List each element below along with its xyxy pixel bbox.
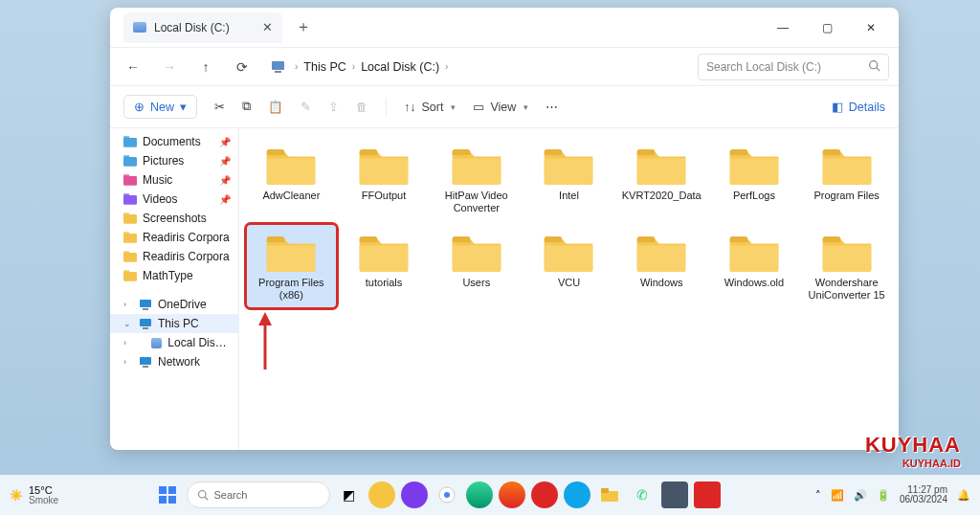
nav-pane[interactable]: Documents📌Pictures📌Music📌Videos📌Screensh… bbox=[110, 128, 239, 450]
svg-rect-23 bbox=[143, 327, 148, 329]
nav-quick-item[interactable]: Videos📌 bbox=[110, 190, 238, 209]
nav-quick-item[interactable]: Pictures📌 bbox=[110, 151, 238, 170]
task-view-icon[interactable]: ◩ bbox=[336, 481, 363, 508]
expand-icon[interactable]: › bbox=[123, 338, 131, 347]
crumb-local-disk[interactable]: Local Disk (C:) bbox=[361, 60, 439, 74]
weather-widget[interactable]: ☀️ 15°C Smoke bbox=[10, 485, 58, 505]
folder-item[interactable]: KVRT2020_Data bbox=[617, 138, 706, 219]
svg-rect-11 bbox=[123, 193, 129, 197]
folder-item[interactable]: Windows bbox=[617, 225, 706, 306]
details-button[interactable]: ◧ Details bbox=[832, 100, 885, 114]
app-icon-5[interactable] bbox=[499, 481, 525, 508]
svg-rect-0 bbox=[272, 61, 284, 70]
new-tab-button[interactable]: ＋ bbox=[296, 17, 311, 37]
app-icon-7[interactable] bbox=[564, 481, 590, 508]
expand-icon[interactable]: ⌄ bbox=[123, 319, 133, 328]
folder-label: KVRT2020_Data bbox=[622, 190, 702, 202]
nav-tree-item[interactable]: ›OneDrive bbox=[110, 295, 238, 314]
taskbar-search[interactable]: Search bbox=[187, 481, 330, 508]
view-button[interactable]: ▭ View ▾ bbox=[473, 100, 528, 114]
chevron-up-icon[interactable]: ˄ bbox=[815, 489, 821, 502]
folder-label: tutorials bbox=[366, 277, 403, 289]
tab-title: Local Disk (C:) bbox=[154, 21, 230, 34]
pin-icon: 📌 bbox=[219, 137, 231, 147]
notification-icon[interactable]: 🔔 bbox=[957, 489, 970, 502]
folder-label: HitPaw Video Converter bbox=[434, 190, 519, 213]
nav-quick-item[interactable]: Readiris Corpora bbox=[110, 228, 238, 247]
app-icon-1[interactable] bbox=[368, 481, 395, 508]
folder-item[interactable]: VCU bbox=[524, 225, 613, 306]
whatsapp-icon[interactable]: ✆ bbox=[629, 481, 656, 508]
view-icon: ▭ bbox=[473, 100, 484, 114]
svg-rect-9 bbox=[123, 174, 129, 178]
wifi-icon[interactable]: 📶 bbox=[831, 489, 844, 502]
maximize-button[interactable]: ▢ bbox=[805, 12, 849, 43]
app-icon-8[interactable] bbox=[661, 481, 688, 508]
minimize-button[interactable]: — bbox=[761, 12, 805, 43]
svg-rect-29 bbox=[168, 486, 176, 494]
folder-item[interactable]: AdwCleaner bbox=[247, 138, 336, 219]
breadcrumb[interactable]: › This PC › Local Disk (C:) › bbox=[295, 60, 448, 74]
nav-tree-item[interactable]: ›Local Disk (C:) bbox=[110, 333, 238, 352]
content-pane[interactable]: AdwCleanerFFOutputHitPaw Video Converter… bbox=[239, 128, 899, 450]
app-icon-4[interactable] bbox=[466, 481, 493, 508]
forward-button[interactable]: → bbox=[156, 54, 183, 80]
system-tray[interactable]: ˄ 📶 🔊 🔋 11:27 pm 06/03/2024 🔔 bbox=[815, 485, 970, 504]
app-icon-6[interactable] bbox=[531, 481, 558, 508]
app-icon-9[interactable] bbox=[694, 481, 721, 508]
delete-button[interactable]: 🗑 bbox=[356, 101, 368, 114]
app-icon-2[interactable] bbox=[401, 481, 428, 508]
explorer-icon[interactable] bbox=[596, 481, 623, 508]
folder-item[interactable]: Users bbox=[432, 225, 521, 306]
folder-label: Program Files (x86) bbox=[249, 277, 333, 301]
folder-item[interactable]: Program Files (x86) bbox=[247, 225, 336, 306]
share-button[interactable]: ⇪ bbox=[328, 100, 339, 114]
folder-label: Intel bbox=[559, 190, 579, 202]
paste-button[interactable]: 📋 bbox=[268, 100, 283, 114]
start-button[interactable] bbox=[154, 481, 181, 508]
folder-item[interactable]: PerfLogs bbox=[710, 138, 799, 219]
folder-item[interactable]: Program Files bbox=[802, 138, 891, 219]
up-button[interactable]: ↑ bbox=[192, 54, 219, 80]
folder-item[interactable]: FFOutput bbox=[340, 138, 429, 219]
copy-button[interactable]: ⧉ bbox=[242, 100, 251, 114]
taskbar[interactable]: ☀️ 15°C Smoke Search ◩ ✆ ˄ 📶 🔊 🔋 11:27 bbox=[0, 475, 980, 515]
close-button[interactable]: ✕ bbox=[849, 12, 893, 43]
scissors-icon: ✂ bbox=[214, 100, 225, 114]
watermark: KUYHAA KUYHAA.ID bbox=[865, 433, 961, 469]
close-tab-icon[interactable]: ✕ bbox=[262, 20, 273, 34]
tab-local-disk[interactable]: Local Disk (C:) ✕ bbox=[123, 12, 282, 43]
nav-quick-item[interactable]: Music📌 bbox=[110, 170, 238, 190]
sort-button[interactable]: ↑↓ Sort ▾ bbox=[404, 101, 456, 114]
folder-icon bbox=[123, 251, 137, 262]
folder-item[interactable]: HitPaw Video Converter bbox=[432, 138, 521, 219]
nav-quick-item[interactable]: MathType bbox=[110, 266, 238, 285]
search-input[interactable]: Search Local Disk (C:) bbox=[698, 54, 889, 80]
device-icon bbox=[139, 299, 152, 310]
pc-icon bbox=[271, 60, 285, 73]
cut-button[interactable]: ✂ bbox=[214, 100, 225, 114]
nav-tree-item[interactable]: ⌄This PC bbox=[110, 314, 238, 333]
back-button[interactable]: ← bbox=[120, 54, 146, 80]
refresh-button[interactable]: ⟳ bbox=[229, 54, 256, 80]
expand-icon[interactable]: › bbox=[123, 300, 133, 309]
speaker-icon[interactable]: 🔊 bbox=[854, 489, 867, 502]
nav-quick-item[interactable]: Readiris Corpora bbox=[110, 247, 238, 266]
nav-quick-item[interactable]: Screenshots bbox=[110, 209, 238, 228]
folder-item[interactable]: Windows.old bbox=[710, 225, 799, 306]
expand-icon[interactable]: › bbox=[123, 357, 133, 367]
more-button[interactable]: ⋯ bbox=[546, 100, 558, 114]
svg-rect-17 bbox=[123, 251, 129, 255]
nav-tree-item[interactable]: ›Network bbox=[110, 352, 238, 371]
nav-quick-item[interactable]: Documents📌 bbox=[110, 132, 238, 151]
svg-rect-37 bbox=[601, 488, 609, 493]
folder-item[interactable]: Intel bbox=[524, 138, 613, 219]
crumb-this-pc[interactable]: This PC bbox=[303, 60, 345, 74]
app-icon-3[interactable] bbox=[434, 481, 460, 508]
new-button[interactable]: ⊕ New ▾ bbox=[123, 95, 197, 119]
clock[interactable]: 11:27 pm 06/03/2024 bbox=[900, 485, 947, 504]
folder-item[interactable]: tutorials bbox=[340, 225, 429, 306]
folder-item[interactable]: Wondershare UniConverter 15 bbox=[802, 225, 891, 306]
rename-button[interactable]: ✎ bbox=[301, 100, 311, 114]
battery-icon[interactable]: 🔋 bbox=[877, 489, 890, 502]
